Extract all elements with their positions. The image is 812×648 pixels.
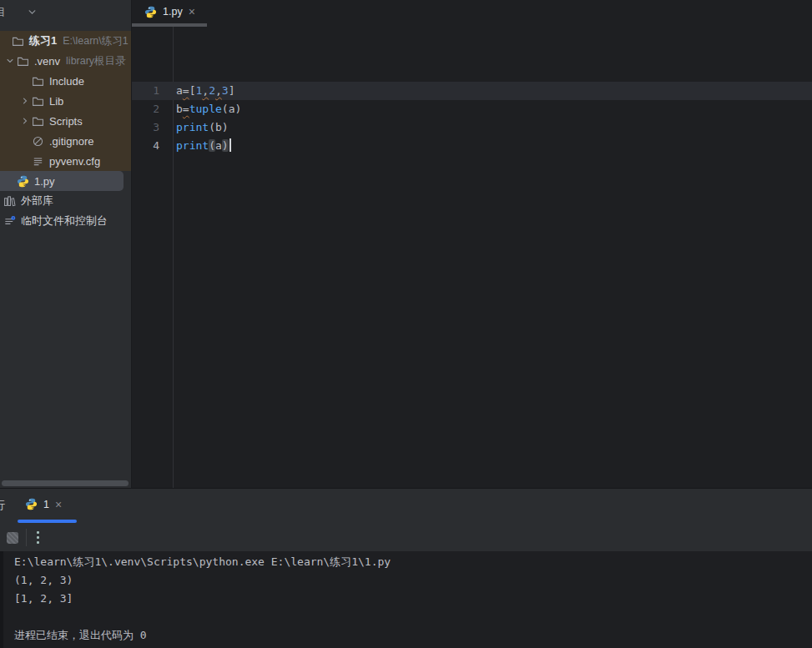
python-file-icon — [25, 498, 38, 510]
python-icon — [17, 175, 29, 188]
folder-icon — [32, 95, 44, 108]
code-line-4: 4print(a) — [132, 137, 812, 155]
tree-item-pyvenv-cfg[interactable]: pyvenv.cfg — [0, 151, 131, 171]
tree-item-label: Lib — [49, 95, 63, 108]
run-tab-label: 1 — [43, 499, 49, 510]
tree-item-label: pyvenv.cfg — [49, 155, 100, 168]
chevron-down-icon[interactable] — [27, 7, 38, 18]
line-number: 4 — [132, 137, 173, 155]
tree-item-lib[interactable]: Lib — [0, 91, 131, 111]
console-output: E:\learn\练习1\.venv\Scripts\python.exe E:… — [0, 551, 812, 648]
code-text: print(a) — [173, 137, 231, 155]
run-toolbar — [0, 523, 812, 551]
tree-item-label: 外部库 — [21, 193, 53, 208]
console-line: [1, 2, 3] — [14, 590, 812, 608]
tree-item-label: 临时文件和控制台 — [21, 213, 108, 229]
tree-item-gitignore[interactable]: .gitignore — [0, 131, 131, 151]
tree-item-label: 练习1 — [29, 33, 57, 48]
tree-item-label: .gitignore — [49, 135, 93, 148]
tree-item-scripts[interactable]: Scripts — [0, 111, 131, 131]
tree-item-label: 1.py — [34, 175, 55, 188]
tree-item-label: .venv — [34, 55, 60, 68]
run-tab-1[interactable]: 1 × — [25, 489, 62, 520]
code-line-2: 2b=tuple(a) — [132, 100, 812, 118]
folder-icon — [32, 115, 44, 128]
code-line-3: 3print(b) — [132, 118, 812, 137]
tree-item-file-1-py[interactable]: 1.py — [0, 171, 124, 191]
tree-item-include[interactable]: Include — [0, 71, 131, 91]
chevron-right-icon[interactable] — [18, 95, 32, 107]
project-panel: 目 练习1E:\learn\练习1.venvlibrary根目录IncludeL… — [0, 0, 132, 488]
tree-item-label: Scripts — [49, 115, 83, 128]
chevron-right-icon[interactable] — [18, 115, 32, 127]
tree-item-suffix: E:\learn\练习1 — [63, 34, 129, 48]
code-text: a=[1,2,3] — [173, 82, 235, 100]
editor-tab-label: 1.py — [163, 6, 183, 18]
config-icon — [32, 155, 44, 168]
tree-item-label: Include — [49, 75, 84, 88]
folder-icon — [32, 75, 44, 88]
project-panel-header: 目 — [0, 0, 131, 25]
chevron-down-icon[interactable] — [3, 55, 17, 67]
console-line — [14, 608, 812, 626]
tree-item-suffix: library根目录 — [66, 54, 126, 68]
code-text: print(b) — [173, 118, 229, 137]
console-line: 进程已结束，退出代码为 0 — [14, 626, 812, 645]
python-file-icon — [144, 6, 157, 18]
code-text: b=tuple(a) — [173, 100, 241, 118]
project-tree: 练习1E:\learn\练习1.venvlibrary根目录IncludeLib… — [0, 25, 131, 231]
more-options-icon[interactable] — [37, 531, 39, 544]
scratch-icon — [3, 215, 16, 228]
folder-icon — [12, 35, 24, 48]
code-lines: 1a=[1,2,3]2b=tuple(a)3print(b)4print(a) — [132, 82, 812, 155]
pycharm-window: 目 练习1E:\learn\练习1.venvlibrary根目录IncludeL… — [0, 0, 812, 648]
project-header-clipped-icon: 目 — [0, 5, 8, 19]
ignored-icon — [32, 135, 44, 148]
editor-tab-bar: 1.py × — [132, 0, 812, 23]
code-line-1: 1a=[1,2,3] — [132, 82, 812, 100]
line-number: 1 — [132, 82, 173, 100]
tree-item-external-libraries[interactable]: 外部库 — [0, 191, 131, 211]
close-icon[interactable]: × — [55, 499, 62, 510]
run-tool-window-header: 行 1 × — [0, 489, 812, 520]
horizontal-scrollbar-thumb[interactable] — [2, 480, 129, 486]
run-header-clipped-label: 行 — [0, 498, 8, 513]
editor-area: 1.py × 1a=[1,2,3]2b=tuple(a)3print(b)4pr… — [132, 0, 812, 488]
editor-tab-1py[interactable]: 1.py × — [132, 0, 205, 23]
text-caret — [229, 138, 231, 152]
line-number: 3 — [132, 118, 173, 137]
tree-item-scratches[interactable]: 临时文件和控制台 — [0, 211, 131, 231]
run-tool-window: 行 1 × E:\learn\练习1\.venv\Scripts\python.… — [0, 488, 812, 648]
console-line: (1, 2, 3) — [14, 571, 812, 590]
tree-item-venv[interactable]: .venvlibrary根目录 — [0, 51, 131, 71]
code-editor[interactable]: 1a=[1,2,3]2b=tuple(a)3print(b)4print(a) — [132, 27, 812, 488]
library-icon — [3, 195, 16, 208]
toolbar-separator — [26, 529, 27, 546]
close-icon[interactable]: × — [189, 6, 195, 18]
stop-button[interactable] — [7, 532, 18, 544]
line-number: 2 — [132, 100, 173, 118]
tree-item-project-root[interactable]: 练习1E:\learn\练习1 — [0, 31, 131, 51]
console-line: E:\learn\练习1\.venv\Scripts\python.exe E:… — [14, 553, 812, 571]
folder-icon — [17, 55, 29, 68]
